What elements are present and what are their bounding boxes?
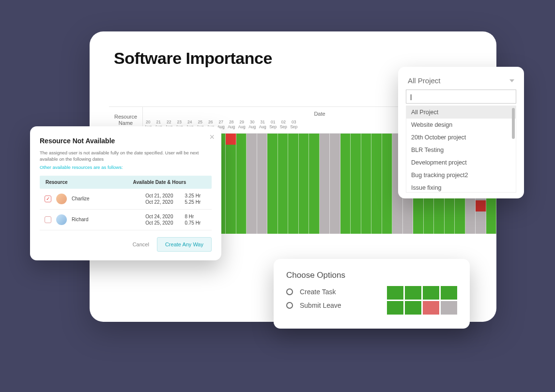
calendar-cell[interactable] (278, 145, 289, 156)
project-search-input[interactable] (406, 90, 516, 104)
calendar-cell[interactable] (267, 134, 278, 145)
calendar-cell[interactable] (247, 134, 257, 145)
calendar-cell[interactable] (424, 200, 434, 211)
calendar-cell[interactable] (330, 223, 340, 234)
calendar-cell[interactable] (361, 167, 372, 178)
calendar-cell[interactable] (340, 223, 351, 234)
calendar-cell[interactable] (236, 211, 247, 223)
calendar-cell[interactable] (382, 167, 393, 178)
calendar-cell[interactable] (309, 178, 320, 189)
calendar-cell[interactable] (403, 211, 414, 223)
calendar-cell[interactable] (455, 211, 465, 223)
calendar-cell[interactable] (340, 134, 351, 145)
calendar-cell[interactable] (351, 156, 361, 167)
calendar-cell[interactable] (299, 134, 309, 145)
calendar-cell[interactable] (236, 189, 247, 200)
calendar-cell[interactable] (299, 167, 309, 178)
calendar-cell[interactable] (288, 156, 299, 167)
calendar-cell[interactable] (382, 178, 393, 189)
calendar-cell[interactable] (351, 189, 361, 200)
calendar-cell[interactable] (288, 145, 299, 156)
calendar-cell[interactable] (320, 145, 330, 156)
calendar-cell[interactable] (382, 156, 393, 167)
calendar-cell[interactable] (226, 189, 236, 200)
calendar-cell[interactable] (361, 178, 372, 189)
calendar-cell[interactable] (361, 189, 372, 200)
calendar-cell[interactable] (267, 167, 278, 178)
calendar-cell[interactable] (330, 211, 340, 223)
calendar-cell[interactable] (320, 156, 330, 167)
calendar-cell[interactable] (267, 223, 278, 234)
calendar-cell[interactable] (361, 145, 372, 156)
calendar-cell[interactable] (361, 211, 372, 223)
calendar-cell[interactable] (299, 211, 309, 223)
calendar-cell[interactable] (371, 134, 382, 145)
calendar-cell[interactable] (257, 223, 268, 234)
project-dropdown-item[interactable]: All Project (406, 106, 516, 119)
checkbox[interactable] (45, 216, 51, 223)
calendar-cell[interactable] (413, 211, 424, 223)
calendar-cell[interactable] (267, 156, 278, 167)
calendar-cell[interactable] (330, 134, 340, 145)
calendar-cell[interactable] (382, 223, 393, 234)
calendar-cell[interactable] (330, 145, 340, 156)
calendar-cell[interactable] (382, 189, 393, 200)
calendar-cell[interactable] (236, 134, 247, 145)
calendar-cell[interactable] (236, 156, 247, 167)
calendar-cell[interactable] (257, 134, 268, 145)
close-icon[interactable]: × (209, 132, 215, 142)
calendar-cell[interactable] (247, 223, 257, 234)
scrollbar-thumb[interactable] (512, 108, 515, 139)
calendar-cell[interactable] (486, 223, 497, 234)
calendar-cell[interactable] (320, 134, 330, 145)
calendar-cell[interactable] (226, 145, 236, 156)
calendar-cell[interactable] (424, 223, 434, 234)
calendar-cell[interactable] (465, 223, 476, 234)
calendar-cell[interactable] (340, 145, 351, 156)
calendar-cell[interactable] (361, 156, 372, 167)
calendar-cell[interactable] (236, 200, 247, 211)
calendar-cell[interactable] (351, 145, 361, 156)
calendar-cell[interactable] (476, 200, 486, 211)
calendar-cell[interactable] (486, 200, 497, 211)
calendar-cell[interactable] (361, 134, 372, 145)
calendar-cell[interactable] (299, 156, 309, 167)
calendar-cell[interactable] (330, 167, 340, 178)
calendar-cell[interactable] (340, 178, 351, 189)
calendar-cell[interactable] (309, 189, 320, 200)
calendar-cell[interactable] (309, 134, 320, 145)
calendar-cell[interactable] (309, 156, 320, 167)
calendar-cell[interactable] (403, 223, 414, 234)
calendar-cell[interactable] (382, 145, 393, 156)
calendar-cell[interactable] (247, 145, 257, 156)
calendar-cell[interactable] (278, 178, 289, 189)
calendar-cell[interactable] (330, 200, 340, 211)
calendar-cell[interactable] (257, 167, 268, 178)
calendar-cell[interactable] (445, 200, 455, 211)
calendar-cell[interactable] (236, 167, 247, 178)
calendar-cell[interactable] (257, 178, 268, 189)
calendar-cell[interactable] (278, 156, 289, 167)
calendar-cell[interactable] (476, 223, 486, 234)
calendar-cell[interactable] (445, 211, 455, 223)
calendar-cell[interactable] (392, 200, 403, 211)
calendar-cell[interactable] (434, 211, 445, 223)
calendar-cell[interactable] (413, 223, 424, 234)
calendar-cell[interactable] (382, 211, 393, 223)
calendar-cell[interactable] (382, 200, 393, 211)
calendar-cell[interactable] (267, 145, 278, 156)
calendar-cell[interactable] (288, 211, 299, 223)
calendar-cell[interactable] (320, 223, 330, 234)
calendar-cell[interactable] (309, 211, 320, 223)
calendar-cell[interactable] (382, 134, 393, 145)
calendar-cell[interactable] (340, 189, 351, 200)
project-dropdown-item[interactable]: 20th October project (406, 131, 516, 144)
calendar-cell[interactable] (299, 145, 309, 156)
calendar-cell[interactable] (434, 223, 445, 234)
calendar-cell[interactable] (320, 211, 330, 223)
calendar-cell[interactable] (278, 167, 289, 178)
calendar-cell[interactable] (392, 223, 403, 234)
calendar-cell[interactable] (351, 134, 361, 145)
project-dropdown-item[interactable]: Development project (406, 156, 516, 169)
calendar-cell[interactable] (330, 178, 340, 189)
